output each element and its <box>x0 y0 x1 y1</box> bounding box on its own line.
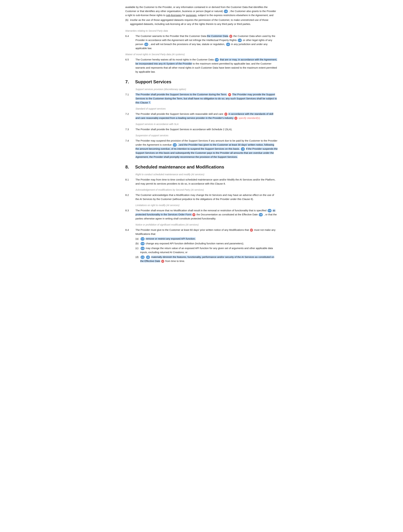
or-badge-8-4-d: or <box>161 260 164 263</box>
provision-heading: Support services provision (discretionar… <box>135 88 278 91</box>
subsection-6-4-num: 6.4 <box>125 34 135 38</box>
top-block: available by the Customer to the Provide… <box>125 5 278 26</box>
or-badge-8-4: or <box>250 228 253 232</box>
sla-heading: Support services in accordance with SLA <box>135 122 278 126</box>
subsection-7-2-content: The Provider shall provide the Support S… <box>135 112 278 120</box>
toggle-8-4-a[interactable]: ● <box>140 237 145 241</box>
subsection-6-5-content: The Customer hereby waives all its moral… <box>135 57 278 74</box>
or-badge-7-1: or <box>228 93 231 96</box>
s7-2-text1: The Provider shall provide the Support S… <box>135 112 224 115</box>
list-8-4-a-label: (a) <box>135 237 140 241</box>
s8-4-a-highlight: remove or restrict any exposed API funct… <box>146 237 195 240</box>
list-8-4-c-label: (c) <box>135 246 140 250</box>
subsection-8-3-content: The Provider shall ensure that no Modifi… <box>135 209 278 221</box>
s7-1-highlight1: The Provider shall provide the Support S… <box>135 93 227 96</box>
s8-4-d-highlight: materially diminish the features, functi… <box>140 255 274 262</box>
list-8-4-b-content: ● change any exposed API function defini… <box>140 241 278 246</box>
section-8-num: 8. <box>125 164 132 170</box>
top-list-b-label: (b) <box>125 18 130 22</box>
limits-heading: Limitations on right to modify (AI servi… <box>135 203 278 207</box>
subsection-7-4: 7.4 The Provider may suspend the provisi… <box>125 139 278 159</box>
toggle-8-4-d-1[interactable]: ● <box>140 255 145 259</box>
s8-4-c-text: may change the return value of an expose… <box>140 247 273 254</box>
toggle-8-4-c[interactable]: ● <box>140 247 145 250</box>
subsection-8-4-num: 8.4 <box>125 228 135 232</box>
subsection-6-4: 6.4 The Customer warrants to the Provide… <box>125 34 278 50</box>
subsection-8-3-num: 8.3 <box>125 209 135 213</box>
subsection-7-3: 7.3 The Provider shall provide the Suppo… <box>125 127 278 131</box>
or-badge-7-2-2: or <box>234 117 237 120</box>
or-badge-7-2-1: or <box>224 113 227 116</box>
toggle-8-4-d-2[interactable]: ● <box>146 255 150 259</box>
or-badge-6-4-1: or <box>229 35 232 38</box>
s6-4-highlight1: the Customer Data <box>207 35 228 38</box>
list-8-4-a: (a) ● remove or restrict any exposed API… <box>135 237 278 241</box>
section-7-num: 7. <box>125 79 132 85</box>
ack-heading: Acknowledgement of modifications by Seco… <box>135 188 278 192</box>
subsection-7-3-content: The Provider shall provide the Support S… <box>135 127 278 131</box>
top-list-b: (b) insofar as the use of those aggregat… <box>125 18 278 26</box>
subsection-7-1: 7.1 The Provider shall provide the Suppo… <box>125 92 278 105</box>
s7-3-text1: The Provider shall provide the Support S… <box>135 128 232 131</box>
s8-3-text1: The Provider shall ensure that no Modifi… <box>135 209 267 212</box>
standard-heading: Standard of support services <box>135 107 278 111</box>
toggle-a[interactable]: ● <box>224 10 228 13</box>
s6-4-text1: The Customer warrants to the Provider th… <box>135 35 207 38</box>
subsection-8-1-num: 8.1 <box>125 178 135 182</box>
toggle-8-4-b[interactable]: ● <box>140 242 145 245</box>
s6-4-text4: , and will not breach the provisions of … <box>149 43 226 45</box>
subsection-6-5-num: 6.5 <box>125 57 135 62</box>
s8-4-text1: The Provider must give to the Customer a… <box>135 228 250 231</box>
list-8-4-b: (b) ● change any exposed API function de… <box>135 241 278 246</box>
subsection-7-4-num: 7.4 <box>125 139 135 143</box>
subsection-8-4-content: The Provider must give to the Customer a… <box>135 228 278 264</box>
toggle-8-3-2[interactable]: ● <box>259 213 263 216</box>
warranties-heading: Warranties relating to Second Party data <box>125 29 278 33</box>
subsection-7-1-num: 7.1 <box>125 92 135 96</box>
toggle-6-4-1[interactable]: ● <box>238 39 242 42</box>
subsection-8-1: 8.1 The Provider may from time to time c… <box>125 178 278 186</box>
s8-3-text3: the Documentation as constituted at the … <box>196 213 258 216</box>
s8-2-text1: The Customer acknowledges that a Modific… <box>135 194 274 201</box>
s8-4-b-text: change any exposed API function definiti… <box>146 242 244 245</box>
maintenance-heading: Right to conduct scheduled maintenance a… <box>135 173 278 176</box>
subsection-7-3-num: 7.3 <box>125 127 135 131</box>
subsection-8-2-content: The Customer acknowledges that a Modific… <box>135 193 278 201</box>
toggle-6-5-1[interactable]: ● <box>215 58 219 62</box>
top-para-a: available by the Customer to the Provide… <box>125 5 278 17</box>
subsection-8-2: 8.2 The Customer acknowledges that a Mod… <box>125 193 278 201</box>
s8-4-d-text2: from time to time. <box>165 260 185 262</box>
toggle-7-4-2[interactable]: ● <box>241 147 245 151</box>
list-8-4-c-content: ● may change the return value of an expo… <box>140 246 278 254</box>
subsection-6-4-content: The Customer warrants to the Provider th… <box>135 34 278 50</box>
subsection-7-2: 7.2 The Provider shall provide the Suppo… <box>125 112 278 120</box>
s7-2-specify: specify standard(s). <box>239 116 261 119</box>
section-8-title: Scheduled maintenance and Modifications <box>135 164 224 170</box>
toggle-7-4-1[interactable]: ● <box>173 143 177 147</box>
notice-heading: Notice or prohibition of significant mod… <box>135 223 278 227</box>
list-8-4-a-content: ● remove or restrict any exposed API fun… <box>140 237 278 241</box>
subsection-8-4: 8.4 The Provider must give to the Custom… <box>125 228 278 264</box>
subsection-8-2-num: 8.2 <box>125 193 135 197</box>
section-7-title: Support Services <box>135 79 171 85</box>
list-8-4-d: (d) ● ● materially diminish the features… <box>135 255 278 263</box>
list-8-4-c: (c) ● may change the return value of an … <box>135 246 278 254</box>
subsection-7-1-content: The Provider shall provide the Support S… <box>135 92 278 105</box>
s6-5-text1: The Customer hereby waives all its moral… <box>135 58 214 61</box>
toggle-6-4-3[interactable]: ● <box>226 43 230 46</box>
suspension-heading: Suspension of support services <box>135 134 278 137</box>
subsection-7-2-num: 7.2 <box>125 112 135 116</box>
subsection-7-4-content: The Provider may suspend the provision o… <box>135 139 278 159</box>
list-8-4-d-label: (d) <box>135 255 140 259</box>
section-8-heading: 8. Scheduled maintenance and Modificatio… <box>125 164 278 170</box>
s8-1-text1: The Provider may from time to time condu… <box>135 178 275 185</box>
or-badge-8-3: or <box>192 213 195 216</box>
toggle-6-4-2[interactable]: ● <box>144 43 148 46</box>
section-7-heading: 7. Support Services <box>125 79 278 85</box>
subsection-8-1-content: The Provider may from time to time condu… <box>135 178 278 186</box>
list-8-4-d-content: ● ● materially diminish the features, fu… <box>140 255 278 263</box>
waiver-heading: Waiver of moral rights in Second Party d… <box>125 53 278 56</box>
subsection-6-5: 6.5 The Customer hereby waives all its m… <box>125 57 278 74</box>
list-8-4-b-label: (b) <box>135 241 140 246</box>
toggle-8-3-1[interactable]: ● <box>268 209 272 212</box>
